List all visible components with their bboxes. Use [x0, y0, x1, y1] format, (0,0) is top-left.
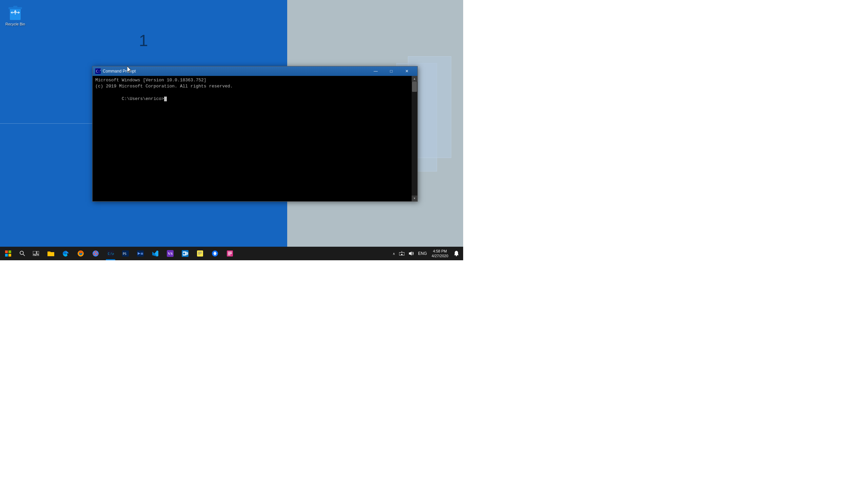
recycle-bin-icon — [7, 3, 23, 21]
sticky-notes-icon — [197, 250, 203, 257]
system-tray: ∧ — [390, 247, 463, 260]
volume-icon — [409, 251, 414, 256]
scrollbar-track[interactable] — [412, 82, 417, 196]
cmd-line-1: Microsoft Windows [Version 10.0.18363.75… — [95, 77, 409, 83]
svg-rect-13 — [37, 251, 39, 254]
tray-language[interactable]: ENG — [416, 247, 429, 260]
taskbar-app-sticky[interactable] — [193, 247, 208, 260]
svg-rect-7 — [8, 250, 11, 253]
start-button[interactable] — [0, 247, 16, 260]
svg-point-47 — [401, 254, 402, 255]
svg-line-11 — [23, 254, 25, 256]
svg-text:C:\>_: C:\>_ — [108, 252, 114, 256]
cmd-title-icon: C:\ — [95, 68, 101, 74]
close-button[interactable]: ✕ — [399, 66, 415, 76]
taskbar: C:\>_ PS — [0, 247, 463, 260]
search-icon — [20, 251, 25, 256]
task-view-icon — [33, 251, 39, 256]
taskbar-app-powershell-blue[interactable] — [133, 247, 148, 260]
taskbar-app-firefox[interactable] — [73, 247, 88, 260]
taskbar-app-powershell-dark[interactable]: PS — [118, 247, 133, 260]
vs-icon: VS — [167, 250, 174, 257]
tray-date: 4/27/2020 — [432, 253, 448, 258]
svg-text:C:\: C:\ — [96, 69, 101, 73]
misc2-icon — [226, 250, 233, 257]
svg-rect-15 — [36, 255, 39, 256]
chrome-icon — [92, 250, 99, 257]
cmd-scrollbar[interactable]: ▲ ▼ — [412, 76, 417, 201]
scrollbar-up-arrow[interactable]: ▲ — [412, 76, 417, 82]
svg-rect-12 — [33, 251, 36, 254]
cmd-body[interactable]: Microsoft Windows [Version 10.0.18363.75… — [93, 76, 417, 201]
desktop: 1 3 Recycle Bin C:\ Command Prompt — [0, 0, 463, 260]
svg-rect-8 — [5, 254, 8, 257]
cmd-icon: C:\>_ — [107, 250, 114, 257]
taskbar-app-vscode[interactable] — [148, 247, 163, 260]
cmd-cursor — [164, 97, 167, 101]
svg-rect-14 — [33, 255, 35, 256]
file-explorer-icon — [47, 250, 54, 257]
svg-rect-43 — [228, 253, 232, 254]
svg-text:PS: PS — [123, 252, 126, 256]
edge-icon — [62, 250, 69, 257]
taskbar-app-misc2[interactable] — [222, 247, 237, 260]
svg-rect-44 — [228, 255, 231, 255]
cmd-titlebar[interactable]: C:\ Command Prompt — □ ✕ — [93, 66, 417, 76]
tray-clock[interactable]: 4:58 PM 4/27/2020 — [429, 247, 451, 260]
minimize-button[interactable]: — — [368, 66, 383, 76]
svg-rect-28 — [141, 253, 143, 253]
taskbar-app-outlook[interactable] — [178, 247, 193, 260]
svg-rect-42 — [228, 252, 232, 252]
misc1-icon — [212, 250, 218, 257]
notification-icon — [454, 250, 459, 257]
vscode-icon — [152, 250, 159, 257]
svg-rect-35 — [197, 250, 203, 257]
powershell-dark-icon: PS — [122, 250, 129, 257]
svg-rect-2 — [13, 6, 17, 8]
tray-hidden-icons-button[interactable]: ∧ — [390, 247, 397, 260]
taskbar-app-file-explorer[interactable] — [43, 247, 58, 260]
cmd-content[interactable]: Microsoft Windows [Version 10.0.18363.75… — [93, 76, 412, 201]
taskbar-app-edge[interactable] — [58, 247, 73, 260]
svg-rect-29 — [141, 254, 143, 255]
svg-rect-49 — [456, 255, 457, 256]
svg-point-34 — [183, 252, 185, 255]
cmd-controls: — □ ✕ — [368, 66, 415, 76]
svg-point-21 — [95, 252, 97, 255]
tray-volume-icon[interactable] — [407, 247, 416, 260]
network-icon — [399, 251, 405, 256]
windows-logo-icon — [5, 250, 11, 257]
svg-rect-9 — [8, 254, 11, 257]
powershell-blue-icon — [137, 250, 144, 257]
cmd-line-2: (c) 2019 Microsoft Corporation. All righ… — [95, 83, 409, 89]
svg-marker-48 — [409, 251, 412, 256]
task-view-button[interactable] — [28, 247, 43, 260]
taskbar-apps: C:\>_ PS — [43, 247, 390, 260]
svg-rect-6 — [5, 250, 8, 253]
svg-point-10 — [20, 251, 23, 255]
recycle-bin-label: Recycle Bin — [3, 22, 27, 26]
maximize-button[interactable]: □ — [383, 66, 399, 76]
svg-text:VS: VS — [168, 251, 173, 256]
taskbar-app-cmd[interactable]: C:\>_ — [103, 247, 118, 260]
outlook-icon — [182, 250, 189, 257]
scrollbar-thumb[interactable] — [412, 82, 417, 92]
taskbar-app-misc1[interactable] — [208, 247, 222, 260]
firefox-icon — [77, 250, 84, 257]
tray-notification-button[interactable] — [451, 247, 462, 260]
tray-network-icon[interactable] — [397, 247, 407, 260]
svg-rect-16 — [47, 252, 54, 256]
recycle-bin[interactable]: Recycle Bin — [2, 2, 29, 28]
cmd-line-4: C:\Users\enrico> — [95, 89, 409, 108]
tray-icons — [397, 247, 416, 260]
cmd-window: C:\ Command Prompt — □ ✕ Microsoft Windo… — [92, 66, 418, 202]
search-button[interactable] — [16, 247, 28, 260]
taskbar-app-chrome[interactable] — [88, 247, 103, 260]
scrollbar-down-arrow[interactable]: ▼ — [412, 196, 417, 201]
tray-time: 4:58 PM — [433, 249, 447, 253]
cmd-title-text: Command Prompt — [103, 69, 368, 74]
taskbar-app-vs[interactable]: VS — [163, 247, 178, 260]
